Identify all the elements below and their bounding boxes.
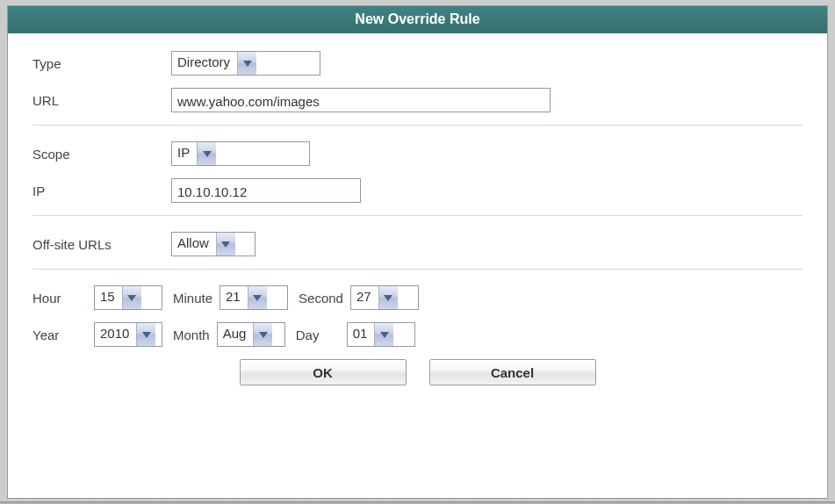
dialog-body: Type Directory URL Scope IP — [8, 33, 827, 498]
label-second: Second — [299, 291, 343, 306]
day-select-value: 01 — [348, 323, 375, 346]
label-ip: IP — [32, 184, 171, 198]
row-offsite: Off-site URLs Allow — [32, 232, 803, 256]
hour-select[interactable]: 15 — [94, 285, 162, 310]
label-type: Type — [32, 56, 171, 71]
second-select-value: 27 — [351, 286, 378, 309]
row-type: Type Directory — [32, 51, 803, 76]
label-year: Year — [32, 328, 94, 342]
month-select-value: Aug — [218, 323, 254, 346]
row-url: URL — [32, 88, 803, 112]
minute-select[interactable]: 21 — [220, 285, 288, 310]
scope-select-value: IP — [172, 142, 197, 165]
label-month: Month — [173, 328, 210, 342]
scope-select[interactable]: IP — [171, 141, 310, 166]
row-time: Hour 15 Minute 21 Second 27 — [32, 285, 803, 310]
month-select[interactable]: Aug — [217, 322, 285, 347]
row-date: Year 2010 Month Aug Day 01 — [32, 322, 803, 347]
row-scope: Scope IP — [32, 141, 803, 166]
year-select-value: 2010 — [95, 323, 136, 346]
chevron-down-icon — [122, 286, 141, 309]
separator — [32, 215, 803, 216]
chevron-down-icon — [374, 323, 393, 346]
chevron-down-icon — [216, 233, 235, 256]
second-select[interactable]: 27 — [350, 285, 419, 310]
separator — [32, 269, 803, 270]
label-url: URL — [32, 93, 171, 108]
label-scope: Scope — [32, 147, 171, 162]
separator — [32, 125, 803, 126]
ok-button[interactable]: OK — [240, 359, 407, 385]
url-input[interactable] — [171, 88, 551, 112]
chevron-down-icon — [378, 286, 398, 309]
dialog-title: New Override Rule — [8, 6, 827, 33]
dialog-window: New Override Rule Type Directory URL — [7, 5, 828, 499]
label-day: Day — [296, 328, 347, 342]
label-offsite: Off-site URLs — [32, 237, 171, 252]
type-select-value: Directory — [172, 52, 237, 75]
button-row: OK Cancel — [32, 359, 803, 385]
day-select[interactable]: 01 — [347, 322, 415, 347]
type-select[interactable]: Directory — [171, 51, 320, 76]
chevron-down-icon — [197, 142, 216, 165]
chevron-down-icon — [237, 52, 256, 75]
year-select[interactable]: 2010 — [94, 322, 162, 347]
ip-input[interactable] — [171, 178, 361, 203]
chevron-down-icon — [136, 323, 155, 346]
chevron-down-icon — [253, 323, 272, 346]
chevron-down-icon — [248, 286, 267, 309]
offsite-select[interactable]: Allow — [171, 232, 256, 256]
offsite-select-value: Allow — [172, 233, 216, 256]
label-hour: Hour — [32, 291, 94, 306]
row-ip: IP — [32, 178, 803, 203]
app-frame: New Override Rule Type Directory URL — [0, 0, 835, 504]
cancel-button[interactable]: Cancel — [429, 359, 596, 385]
minute-select-value: 21 — [220, 286, 248, 309]
label-minute: Minute — [173, 291, 212, 306]
hour-select-value: 15 — [95, 286, 122, 309]
